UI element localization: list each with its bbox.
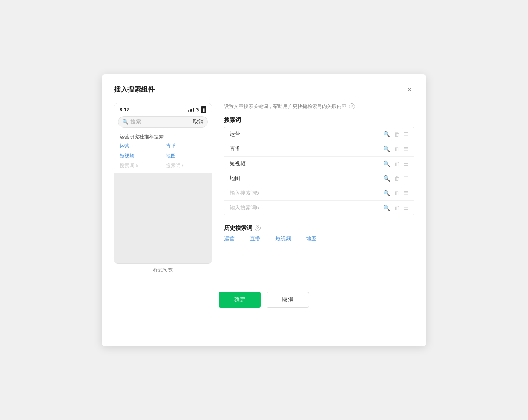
search-term-text: 运营 (230, 131, 380, 138)
delete-term-icon[interactable]: 🗑 (394, 160, 400, 167)
search-term-icon[interactable]: 🔍 (383, 131, 390, 138)
drag-term-icon[interactable]: ☰ (404, 175, 408, 182)
phone-search-bar: 🔍 搜索 取消 (118, 116, 208, 128)
search-term-text: 地图 (230, 175, 380, 182)
phone-time: 8:17 (120, 107, 129, 112)
battery-icon: ▮ (201, 106, 206, 113)
search-icon: 🔍 (122, 119, 128, 125)
help-icon[interactable]: ? (349, 103, 355, 109)
drag-term-icon[interactable]: ☰ (404, 146, 408, 152)
dialog-body: 8:17 ⊙ ▮ 🔍 搜索 (114, 103, 414, 274)
phone-tag: 运营 (120, 143, 160, 149)
dialog-header: 插入搜索组件 × (114, 85, 414, 94)
search-term-list: 运营 🔍 🗑 ☰ 直播 🔍 🗑 ☰ (224, 127, 414, 215)
search-term-item: 运营 🔍 🗑 ☰ (224, 127, 414, 142)
phone-tag: 短视频 (120, 152, 160, 159)
term-actions: 🔍 🗑 ☰ (383, 190, 408, 197)
phone-tag: 地图 (166, 152, 206, 159)
search-term-placeholder: 输入搜索词6 (230, 205, 380, 211)
search-term-icon[interactable]: 🔍 (383, 160, 390, 167)
search-term-item: 直播 🔍 🗑 ☰ (224, 142, 414, 157)
search-term-item: 短视频 🔍 🗑 ☰ (224, 157, 414, 171)
search-term-text: 直播 (230, 146, 380, 152)
delete-term-icon[interactable]: 🗑 (394, 131, 400, 137)
term-actions: 🔍 🗑 ☰ (383, 160, 408, 167)
insert-search-dialog: 插入搜索组件 × 8:17 ⊙ ▮ (102, 74, 426, 346)
phone-search-placeholder: 搜索 (130, 118, 191, 125)
term-actions: 🔍 🗑 ☰ (383, 146, 408, 152)
term-actions: 🔍 🗑 ☰ (383, 175, 408, 182)
history-tag: 短视频 (275, 235, 291, 242)
history-title-text: 历史搜索词 (224, 225, 252, 232)
history-tag: 运营 (224, 235, 235, 242)
term-actions: 🔍 🗑 ☰ (383, 131, 408, 138)
term-actions: 🔍 🗑 ☰ (383, 205, 408, 211)
preview-pane: 8:17 ⊙ ▮ 🔍 搜索 (114, 103, 212, 274)
delete-term-icon[interactable]: 🗑 (394, 146, 400, 152)
history-tag: 地图 (306, 235, 317, 242)
wifi-icon: ⊙ (195, 107, 200, 112)
search-term-item: 输入搜索词6 🔍 🗑 ☰ (224, 201, 414, 215)
phone-tag-placeholder: 搜索词 5 (120, 162, 160, 169)
search-term-placeholder: 输入搜索词5 (230, 190, 380, 197)
search-term-icon[interactable]: 🔍 (383, 175, 390, 182)
confirm-button[interactable]: 确定 (219, 292, 261, 308)
settings-pane: 设置文章搜索关键词，帮助用户更快捷检索号内关联内容 ? 搜索词 运营 🔍 🗑 ☰ (224, 103, 414, 274)
description-text: 设置文章搜索关键词，帮助用户更快捷检索号内关联内容 (224, 103, 347, 110)
search-term-icon[interactable]: 🔍 (383, 146, 390, 152)
phone-tags: 运营 直播 短视频 地图 搜索词 5 搜索词 6 (114, 143, 212, 173)
phone-status-icons: ⊙ ▮ (188, 106, 206, 113)
phone-section-title: 运营研究社推荐搜索 (114, 131, 212, 143)
phone-content-area (114, 173, 212, 263)
close-button[interactable]: × (405, 85, 414, 94)
settings-description: 设置文章搜索关键词，帮助用户更快捷检索号内关联内容 ? (224, 103, 414, 110)
signal-icon (188, 108, 194, 112)
phone-frame: 8:17 ⊙ ▮ 🔍 搜索 (114, 103, 212, 264)
drag-term-icon[interactable]: ☰ (404, 190, 408, 197)
search-term-text: 短视频 (230, 160, 380, 167)
history-title: 历史搜索词 ? (224, 225, 414, 232)
phone-tag-placeholder: 搜索词 6 (166, 162, 206, 169)
phone-tag: 直播 (166, 143, 206, 149)
cancel-button[interactable]: 取消 (267, 292, 309, 308)
history-tags: 运营 直播 短视频 地图 (224, 235, 414, 242)
search-term-item: 地图 🔍 🗑 ☰ (224, 171, 414, 186)
phone-cancel-label: 取消 (193, 118, 204, 125)
search-term-item: 输入搜索词5 🔍 🗑 ☰ (224, 186, 414, 201)
delete-term-icon[interactable]: 🗑 (394, 175, 400, 182)
drag-term-icon[interactable]: ☰ (404, 160, 408, 167)
search-term-icon[interactable]: 🔍 (383, 190, 390, 197)
history-help-icon[interactable]: ? (255, 225, 261, 231)
history-section: 历史搜索词 ? 运营 直播 短视频 地图 (224, 225, 414, 242)
drag-term-icon[interactable]: ☰ (404, 131, 408, 138)
style-preview-label: 样式预览 (153, 267, 173, 274)
search-terms-title: 搜索词 (224, 117, 414, 124)
history-tag: 直播 (250, 235, 260, 242)
search-term-icon[interactable]: 🔍 (383, 205, 390, 211)
dialog-footer: 确定 取消 (114, 286, 414, 308)
delete-term-icon[interactable]: 🗑 (394, 190, 400, 196)
phone-status-bar: 8:17 ⊙ ▮ (114, 103, 212, 115)
drag-term-icon[interactable]: ☰ (404, 205, 408, 211)
dialog-title: 插入搜索组件 (114, 85, 155, 94)
delete-term-icon[interactable]: 🗑 (394, 205, 400, 211)
